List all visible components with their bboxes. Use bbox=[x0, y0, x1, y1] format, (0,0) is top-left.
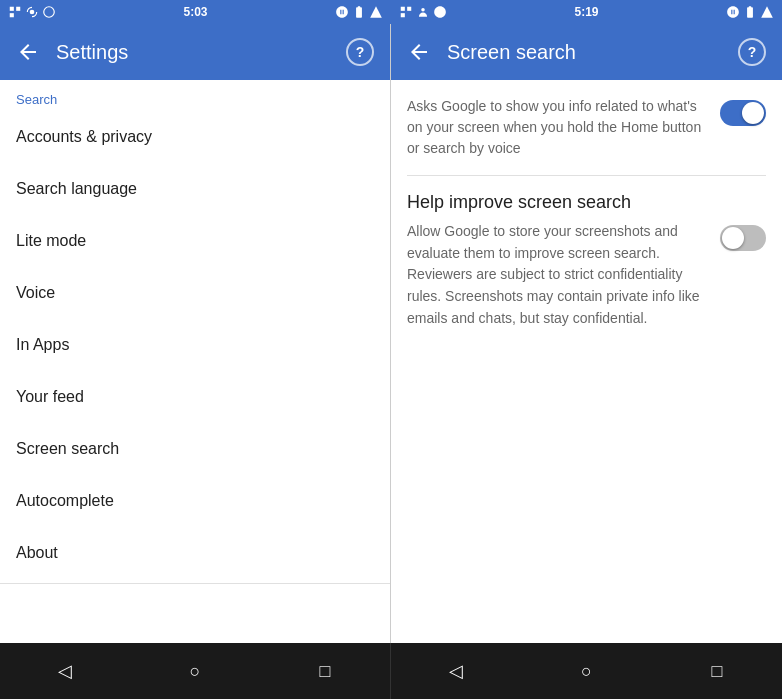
menu-item-screen-search[interactable]: Screen search bbox=[0, 423, 390, 475]
right-header: Screen search ? bbox=[391, 24, 782, 80]
status-bar-right: 5:19 bbox=[391, 0, 782, 24]
menu-item-search-language[interactable]: Search language bbox=[0, 163, 390, 215]
status-icons-right-left bbox=[335, 5, 383, 19]
menu-divider bbox=[0, 583, 390, 584]
left-back-nav[interactable]: ◁ bbox=[40, 651, 90, 691]
left-screen: Settings ? Search Accounts & privacy Sea… bbox=[0, 24, 391, 643]
back-nav-icon: ◁ bbox=[58, 660, 72, 682]
settings-menu: Search Accounts & privacy Search languag… bbox=[0, 80, 390, 643]
screen-search-toggle[interactable] bbox=[720, 100, 766, 126]
menu-item-your-feed[interactable]: Your feed bbox=[0, 371, 390, 423]
right-back-button[interactable] bbox=[407, 40, 431, 64]
right-nav-panel: ◁ ○ □ bbox=[391, 643, 782, 699]
right-recent-nav-icon: □ bbox=[711, 661, 722, 682]
help-section-description: Allow Google to store your screenshots a… bbox=[407, 221, 708, 329]
status-icons-right-screen bbox=[399, 5, 447, 19]
right-top-bar: Screen search ? bbox=[391, 24, 782, 80]
left-screen-title: Settings bbox=[56, 41, 330, 64]
time-left: 5:03 bbox=[183, 5, 207, 19]
svg-point-3 bbox=[30, 10, 35, 15]
time-right: 5:19 bbox=[574, 5, 598, 19]
menu-item-in-apps[interactable]: In Apps bbox=[0, 319, 390, 371]
status-bar-left: 5:03 bbox=[0, 0, 391, 24]
toggle-off[interactable] bbox=[720, 225, 766, 251]
right-home-nav[interactable]: ○ bbox=[561, 651, 611, 691]
toggle-thumb-off bbox=[722, 227, 744, 249]
menu-item-autocomplete[interactable]: Autocomplete bbox=[0, 475, 390, 527]
svg-rect-6 bbox=[407, 7, 411, 11]
svg-rect-7 bbox=[401, 13, 405, 17]
svg-point-8 bbox=[421, 8, 425, 11]
recent-nav-icon: □ bbox=[320, 661, 331, 682]
svg-rect-5 bbox=[401, 7, 405, 11]
screen-search-content: Asks Google to show you info related to … bbox=[391, 80, 782, 643]
toggle-on[interactable] bbox=[720, 100, 766, 126]
left-home-nav[interactable]: ○ bbox=[170, 651, 220, 691]
svg-marker-4 bbox=[370, 6, 382, 18]
help-section-title: Help improve screen search bbox=[407, 192, 766, 213]
left-top-bar: Settings ? bbox=[0, 24, 390, 80]
right-screen: Screen search ? Asks Google to show you … bbox=[391, 24, 782, 643]
right-back-nav[interactable]: ◁ bbox=[431, 651, 481, 691]
left-header: Settings ? bbox=[0, 24, 390, 80]
menu-item-accounts-privacy[interactable]: Accounts & privacy bbox=[0, 111, 390, 163]
svg-rect-0 bbox=[10, 7, 14, 11]
toggle-thumb-on bbox=[742, 102, 764, 124]
svg-marker-9 bbox=[761, 6, 773, 18]
right-screen-title: Screen search bbox=[447, 41, 722, 64]
svg-rect-2 bbox=[10, 13, 14, 17]
bottom-navigation: ◁ ○ □ ◁ ○ □ bbox=[0, 643, 782, 699]
right-back-nav-icon: ◁ bbox=[449, 660, 463, 682]
menu-item-voice[interactable]: Voice bbox=[0, 267, 390, 319]
menu-item-lite-mode[interactable]: Lite mode bbox=[0, 215, 390, 267]
left-help-button[interactable]: ? bbox=[346, 38, 374, 66]
menu-item-about[interactable]: About bbox=[0, 527, 390, 579]
help-improve-toggle[interactable] bbox=[720, 225, 766, 251]
home-nav-icon: ○ bbox=[190, 661, 201, 682]
right-recent-nav[interactable]: □ bbox=[692, 651, 742, 691]
left-recent-nav[interactable]: □ bbox=[300, 651, 350, 691]
help-section-row: Allow Google to store your screenshots a… bbox=[407, 221, 766, 329]
left-back-button[interactable] bbox=[16, 40, 40, 64]
left-nav-panel: ◁ ○ □ bbox=[0, 643, 391, 699]
svg-rect-1 bbox=[16, 7, 20, 11]
right-home-nav-icon: ○ bbox=[581, 661, 592, 682]
screen-search-description: Asks Google to show you info related to … bbox=[407, 96, 708, 159]
status-icons-left bbox=[8, 5, 56, 19]
screen-search-toggle-row: Asks Google to show you info related to … bbox=[407, 96, 766, 176]
right-help-button[interactable]: ? bbox=[738, 38, 766, 66]
section-label: Search bbox=[0, 80, 390, 111]
